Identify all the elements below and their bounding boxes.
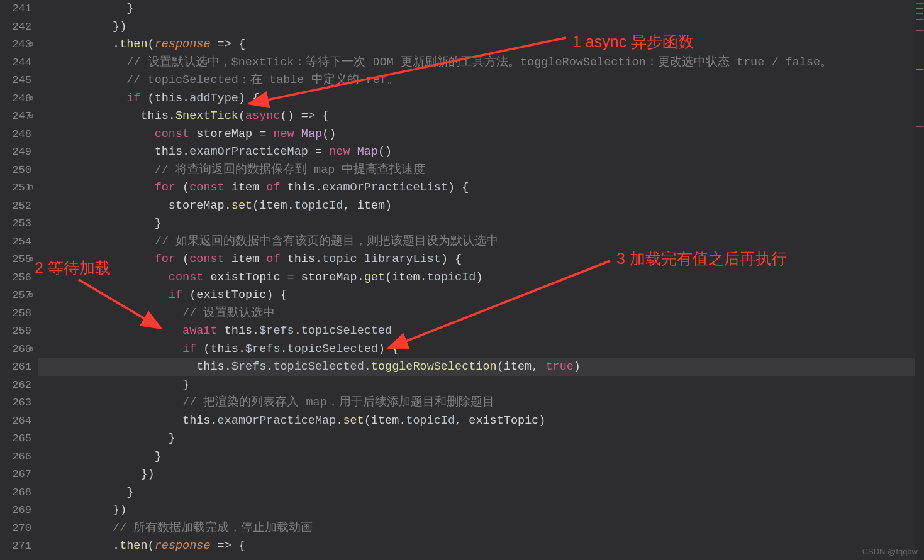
line-number: 253 [4,215,31,233]
code-line[interactable]: } [43,484,915,502]
fold-icon[interactable]: ⊟ [29,287,33,305]
line-number: 268 [4,484,31,502]
line-number: 244 [4,54,31,72]
code-line[interactable]: // 设置默认选中 [43,305,915,323]
minimap[interactable] [915,0,924,560]
code-line[interactable]: // 所有数据加载完成，停止加载动画 [43,520,915,538]
line-number: 247⊟ [4,107,31,126]
line-number: 243⊟ [4,36,31,54]
code-line[interactable]: }) [43,466,915,484]
fold-icon[interactable]: ⊟ [29,341,33,359]
line-number: 271 [4,537,31,556]
code-line[interactable]: const existTopic = storeMap.get(item.top… [43,269,915,287]
line-number: 263 [4,394,31,412]
fold-icon[interactable]: ⊟ [29,179,33,197]
fold-icon[interactable]: ⊟ [29,107,33,126]
annotation-3: 3 加载完有值之后再执行 [616,248,787,269]
code-line[interactable]: .then(response => { [43,537,915,556]
watermark: CSDN @fqqbw [862,547,918,556]
line-number: 242 [4,18,31,36]
fold-icon[interactable]: ⊟ [29,90,33,108]
fold-icon[interactable]: ⊟ [29,251,33,269]
code-line[interactable]: }) [43,18,915,36]
code-line[interactable]: if (this.$refs.topicSelected) { [43,341,915,359]
code-line[interactable]: for (const item of this.examOrPracticeLi… [43,179,915,197]
line-number: 270 [4,520,31,538]
code-line[interactable]: if (existTopic) { [43,287,915,305]
line-number: 265 [4,430,31,448]
line-number: 254 [4,233,31,251]
line-number: 249 [4,143,31,162]
code-line[interactable]: }) [43,502,915,520]
code-line[interactable]: // 把渲染的列表存入 map，用于后续添加题目和删除题目 [43,394,915,412]
code-line[interactable]: // 设置默认选中，$nextTick：等待下一次 DOM 更新刷新的工具方法。… [43,54,915,72]
code-line[interactable]: if (this.addType) { [43,90,915,108]
annotation-2: 2 等待加载 [35,258,111,278]
code-line[interactable]: storeMap.set(item.topicId, item) [43,197,915,216]
code-line[interactable]: // 将查询返回的数据保存到 map 中提高查找速度 [43,162,915,180]
line-number: 248 [4,126,31,144]
line-number: 261 [4,358,31,376]
line-number: 259 [4,322,31,341]
line-number: 269 [4,502,31,520]
code-line[interactable]: } [43,376,915,395]
line-number: 260⊟ [4,341,31,359]
line-number: 266 [4,448,31,466]
code-line[interactable]: this.examOrPracticeMap.set(item.topicId,… [43,412,915,431]
code-line[interactable]: this.examOrPracticeMap = new Map() [43,143,915,162]
line-number: 267 [4,466,31,484]
line-number: 251⊟ [4,179,31,197]
code-line[interactable]: } [43,448,915,466]
code-area[interactable]: } }) .then(response => { // 设置默认选中，$next… [38,0,915,560]
line-number: 264 [4,412,31,431]
code-line[interactable]: this.$refs.topicSelected.toggleRowSelect… [43,358,915,376]
code-line[interactable]: await this.$refs.topicSelected [43,322,915,341]
code-line[interactable]: this.$nextTick(async() => { [43,107,915,126]
code-line[interactable]: const storeMap = new Map() [43,126,915,144]
line-number: 241 [4,0,31,18]
line-gutter: 241 242 243⊟ 244 245 246⊟ 247⊟ 248 249 2… [0,0,38,560]
line-number: 262 [4,376,31,395]
line-number: 246⊟ [4,90,31,108]
code-line[interactable]: .then(response => { [43,36,915,54]
code-line[interactable]: // topicSelected：在 table 中定义的 ref。 [43,72,915,90]
line-number: 245 [4,72,31,90]
line-number: 257⊟ [4,287,31,305]
line-number: 258 [4,305,31,323]
line-number: 255⊟ [4,251,31,269]
line-number: 250 [4,162,31,180]
code-line[interactable]: } [43,430,915,448]
fold-icon[interactable]: ⊟ [29,36,33,54]
code-editor[interactable]: 241 242 243⊟ 244 245 246⊟ 247⊟ 248 249 2… [0,0,924,560]
line-number: 252 [4,197,31,216]
code-line[interactable]: } [43,215,915,233]
annotation-1: 1 async 异步函数 [572,31,694,52]
code-line[interactable]: } [43,0,915,18]
line-number: 256 [4,269,31,287]
